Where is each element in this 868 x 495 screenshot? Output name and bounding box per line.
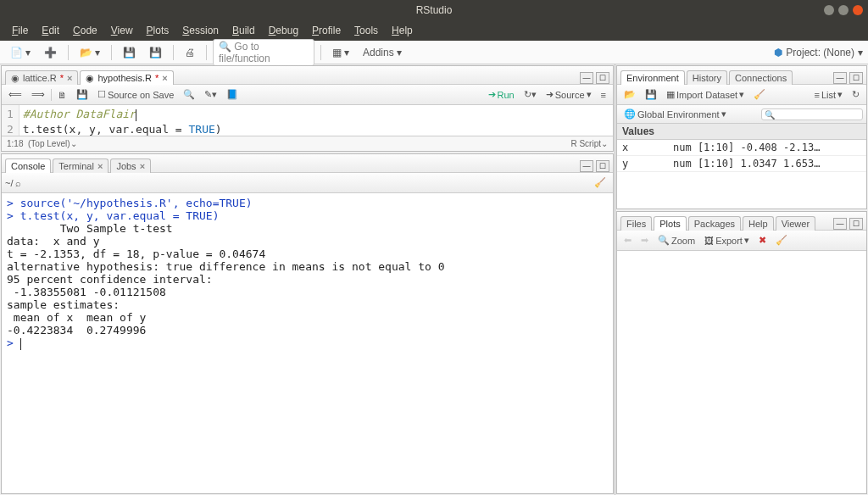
new-file-button[interactable]: 📄▾ (5, 44, 36, 61)
tab-viewer[interactable]: Viewer (776, 216, 815, 231)
env-var-value: num [1:10] 1.0347 1.653… (673, 158, 861, 170)
pane-maximize-button[interactable]: ☐ (596, 72, 609, 84)
tab-files[interactable]: Files (620, 216, 652, 231)
menu-edit[interactable]: Edit (36, 23, 64, 38)
menu-debug[interactable]: Debug (264, 23, 303, 38)
show-doc-button[interactable]: 🗎 (54, 89, 70, 101)
save-button[interactable]: 💾 (118, 45, 141, 60)
search-icon: 🔍 (219, 41, 231, 53)
plot-next-button[interactable]: ➡ (637, 234, 652, 247)
tab-packages[interactable]: Packages (688, 216, 741, 231)
tab-console[interactable]: Console (5, 159, 51, 173)
compile-button[interactable]: 📘 (223, 88, 242, 101)
env-row[interactable]: y num [1:10] 1.0347 1.653… (617, 156, 866, 172)
close-icon[interactable]: × (162, 73, 167, 83)
env-scope-button[interactable]: 🌐 Global Environment ▾ (620, 108, 730, 120)
env-var-value: num [1:10] -0.408 -2.13… (673, 142, 861, 153)
window-title: RStudio (416, 4, 453, 16)
tab-environment[interactable]: Environment (620, 70, 685, 85)
window-minimize-icon[interactable] (824, 5, 834, 15)
addins-button[interactable]: Addins ▾ (358, 44, 407, 61)
save-workspace-button[interactable]: 💾 (642, 88, 660, 101)
refresh-env-button[interactable]: ↻ (849, 88, 863, 101)
source-pane: ◉ lattice.R* × ◉ hypothesis.R* × — ☐ ⟸ ⟹ (1, 65, 614, 152)
menubar: File Edit Code View Plots Session Build … (0, 20, 868, 41)
file-type-label[interactable]: R Script (570, 139, 601, 148)
load-workspace-button[interactable]: 📂 (620, 88, 639, 101)
menu-view[interactable]: View (106, 23, 138, 38)
editor-gutter: 1 2 (2, 105, 19, 136)
menu-plots[interactable]: Plots (142, 23, 175, 38)
list-view-button[interactable]: ≡ List ▾ (810, 88, 846, 101)
tab-help[interactable]: Help (743, 216, 774, 231)
open-file-button[interactable]: 📂▾ (75, 44, 105, 61)
export-button[interactable]: 🖼 Export ▾ (701, 234, 753, 247)
zoom-label: Zoom (671, 236, 695, 246)
console-output[interactable]: > source('~/hypothesis.R', echo=TRUE)> t… (2, 193, 613, 493)
save-all-button[interactable]: 💾 (144, 45, 167, 60)
goto-input[interactable]: 🔍 Go to file/function (213, 39, 314, 66)
new-file-icon: 📄 (10, 47, 23, 58)
clear-plots-button[interactable]: 🧹 (772, 234, 791, 247)
menu-help[interactable]: Help (387, 23, 418, 38)
save-icon: 💾 (123, 47, 136, 58)
find-button[interactable]: 🔍 (180, 88, 198, 101)
rerun-button[interactable]: ↻▾ (520, 88, 540, 101)
import-dataset-button[interactable]: ▦ Import Dataset ▾ (663, 88, 748, 101)
r-file-icon: ◉ (11, 74, 19, 83)
pane-minimize-button[interactable]: — (833, 218, 847, 230)
close-icon[interactable]: × (67, 73, 72, 83)
pane-maximize-button[interactable]: ☐ (596, 160, 609, 172)
window-maximize-icon[interactable] (838, 5, 849, 15)
env-search-input[interactable]: 🔍 (761, 108, 863, 120)
tab-jobs[interactable]: Jobs × (110, 159, 151, 173)
env-tabstrip: Environment History Connections — ☐ (617, 66, 866, 85)
source-label: Source (555, 90, 585, 100)
menu-file[interactable]: File (7, 23, 33, 38)
scope-label[interactable]: (Top Level) (28, 139, 70, 148)
env-body: Values x num [1:10] -0.408 -2.13… y num … (617, 124, 866, 209)
tab-terminal[interactable]: Terminal × (53, 159, 108, 173)
pane-maximize-button[interactable]: ☐ (849, 72, 863, 84)
sos-label: Source on Save (108, 90, 174, 100)
menu-tools[interactable]: Tools (349, 23, 383, 38)
r-file-icon: ◉ (86, 74, 94, 83)
menu-build[interactable]: Build (227, 23, 260, 38)
outline-button[interactable]: ≡ (598, 89, 609, 101)
grid-button[interactable]: ▦▾ (327, 44, 354, 61)
window-close-icon[interactable] (853, 5, 863, 15)
env-row[interactable]: x num [1:10] -0.408 -2.13… (617, 140, 866, 156)
forward-button[interactable]: ⟹ (28, 88, 48, 101)
new-project-button[interactable]: ➕ (39, 45, 62, 60)
tab-history[interactable]: History (687, 70, 727, 85)
wand-button[interactable]: ✎▾ (201, 88, 220, 101)
project-menu[interactable]: ⬢ Project: (None) ▾ (774, 47, 863, 58)
env-scope-bar: 🌐 Global Environment ▾ 🔍 (617, 105, 866, 124)
back-button[interactable]: ⟸ (5, 88, 25, 101)
plots-pane: Files Plots Packages Help Viewer — ☐ ⬅ ➡… (616, 211, 867, 494)
save-button[interactable]: 💾 (73, 88, 92, 101)
source-tab-hypothesis[interactable]: ◉ hypothesis.R* × (80, 70, 173, 85)
pane-minimize-button[interactable]: — (833, 72, 847, 84)
menu-code[interactable]: Code (68, 23, 103, 38)
pane-minimize-button[interactable]: — (580, 72, 593, 84)
zoom-button[interactable]: 🔍 Zoom (654, 234, 698, 247)
source-on-save-check[interactable]: ☐ Source on Save (94, 88, 177, 101)
source-editor[interactable]: 1 2 #Author DataFlair t.test(x, y, var.e… (2, 105, 613, 136)
pane-maximize-button[interactable]: ☐ (849, 218, 863, 230)
run-button[interactable]: ➔ Run (485, 88, 518, 101)
tab-plots[interactable]: Plots (654, 216, 686, 231)
remove-plot-button[interactable]: ✖ (755, 234, 770, 247)
source-tab-lattice[interactable]: ◉ lattice.R* × (5, 70, 78, 85)
source-button[interactable]: ➜ Source ▾ (542, 88, 595, 101)
plus-icon: ➕ (44, 47, 57, 58)
menu-session[interactable]: Session (177, 23, 224, 38)
tab-connections[interactable]: Connections (729, 70, 793, 85)
search-icon: 🔍 (765, 110, 775, 120)
plot-prev-button[interactable]: ⬅ (620, 234, 635, 247)
print-button[interactable]: 🖨 (180, 45, 200, 60)
menu-profile[interactable]: Profile (307, 23, 346, 38)
clear-console-button[interactable]: 🧹 (591, 176, 609, 189)
clear-env-button[interactable]: 🧹 (750, 88, 769, 101)
pane-minimize-button[interactable]: — (580, 160, 593, 172)
